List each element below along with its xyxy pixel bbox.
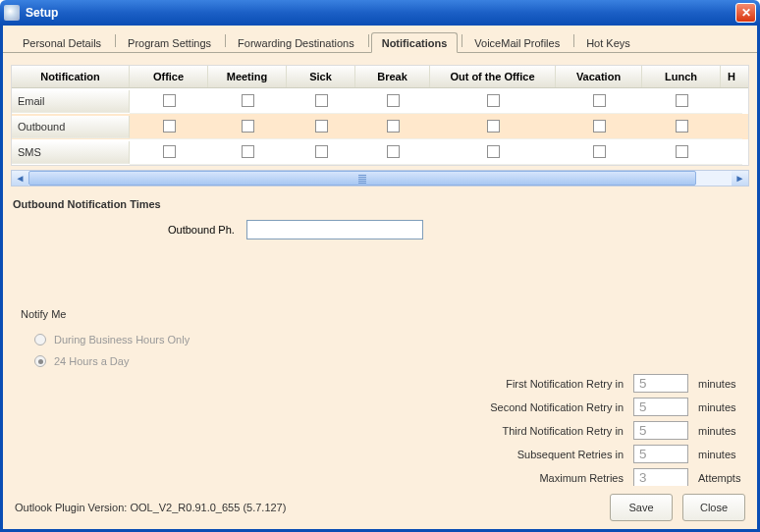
checkbox-sms-meeting[interactable] [242,145,254,158]
checkbox-email-sick[interactable] [315,94,328,107]
checkbox-outbound-out[interactable] [487,120,500,133]
scroll-right-icon[interactable]: ► [732,171,748,186]
unit-label: Attempts [698,472,749,484]
col-header-sick[interactable]: Sick [287,66,355,87]
col-header-meeting[interactable]: Meeting [208,66,287,87]
scroll-left-icon[interactable]: ◄ [12,171,28,186]
col-header-lunch[interactable]: Lunch [642,66,721,87]
retry-row-first: First Notification Retry in minutes [376,374,749,393]
grid-header: Notification Office Meeting Sick Break O… [12,66,748,88]
col-header-h[interactable]: H [721,66,742,87]
checkbox-email-lunch[interactable] [676,94,688,107]
outbound-phone-row: Outbound Ph. [168,220,749,239]
outbound-phone-input[interactable] [246,220,423,239]
retry-row-subsequent: Subsequent Retries in minutes [376,445,749,463]
tab-separator [573,34,574,47]
scroll-thumb[interactable] [28,171,696,186]
notify-me-heading: Notify Me [21,308,749,320]
checkbox-sms-vacation[interactable] [593,145,606,158]
window-title: Setup [26,6,735,20]
col-header-break[interactable]: Break [355,66,430,87]
notification-grid: Notification Office Meeting Sick Break O… [11,65,749,166]
version-label: Outlook Plugin Version: OOL_V2_R0.91.0_6… [15,502,600,513]
radio-business-hours[interactable]: During Business Hours Only [34,334,749,346]
scroll-track[interactable] [28,171,732,186]
third-retry-input[interactable] [633,421,688,440]
checkbox-outbound-sick[interactable] [315,120,328,133]
second-retry-input[interactable] [633,398,688,416]
col-header-out-office[interactable]: Out of the Office [430,66,556,87]
checkbox-outbound-lunch[interactable] [676,120,688,133]
checkbox-email-office[interactable] [163,94,176,107]
tab-personal-details[interactable]: Personal Details [13,33,111,52]
close-window-button[interactable]: ✕ [735,3,756,23]
checkbox-sms-office[interactable] [163,145,176,158]
tab-separator [225,34,226,47]
checkbox-outbound-vacation[interactable] [593,120,606,133]
checkbox-email-vacation[interactable] [593,94,606,107]
unit-label: minutes [698,449,749,460]
retry-label: First Notification Retry in [376,378,624,390]
retry-row-max: Maximum Retries Attempts [376,468,749,487]
checkbox-sms-out[interactable] [487,145,500,158]
table-row: SMS [12,139,748,165]
radio-label: 24 Hours a Day [54,355,129,367]
retry-row-third: Third Notification Retry in minutes [376,421,749,440]
col-header-vacation[interactable]: Vacation [556,66,642,87]
radio-24-hours[interactable]: 24 Hours a Day [34,355,749,367]
max-retries-input[interactable] [633,468,688,487]
row-label-email: Email [12,90,130,113]
radio-icon [34,355,46,367]
table-row: Outbound [12,114,748,139]
checkbox-sms-sick[interactable] [315,145,328,158]
checkbox-outbound-office[interactable] [163,120,176,133]
col-header-notification[interactable]: Notification [12,66,130,87]
tab-notifications[interactable]: Notifications [371,32,459,53]
col-header-office[interactable]: Office [130,66,208,87]
table-row: Email [12,88,748,114]
checkbox-email-meeting[interactable] [242,94,254,107]
outbound-phone-label: Outbound Ph. [168,224,235,236]
unit-label: minutes [698,378,749,390]
tab-separator [115,34,116,47]
footer-bar: Outlook Plugin Version: OOL_V2_R0.91.0_6… [3,486,757,529]
checkbox-email-out[interactable] [487,94,500,107]
retry-label: Second Notification Retry in [376,401,624,413]
checkbox-sms-break[interactable] [387,145,400,158]
content-area: Notification Office Meeting Sick Break O… [3,55,757,486]
app-icon [4,5,20,21]
close-icon: ✕ [741,6,751,20]
close-button[interactable]: Close [682,494,745,521]
tab-program-settings[interactable]: Program Settings [118,33,221,52]
tab-separator [461,34,462,47]
checkbox-outbound-meeting[interactable] [242,120,254,133]
tab-hot-keys[interactable]: Hot Keys [576,33,640,52]
retry-label: Maximum Retries [376,472,624,484]
retry-settings: First Notification Retry in minutes Seco… [376,369,749,492]
title-bar: Setup ✕ [0,0,760,26]
tab-strip: Personal Details Program Settings Forwar… [3,26,757,53]
checkbox-outbound-break[interactable] [387,120,400,133]
tab-voicemail-profiles[interactable]: VoiceMail Profiles [464,33,570,52]
retry-row-second: Second Notification Retry in minutes [376,398,749,416]
outbound-times-heading: Outbound Notification Times [13,198,747,210]
retry-label: Third Notification Retry in [376,425,624,437]
first-retry-input[interactable] [633,374,688,393]
tab-separator [368,34,369,47]
retry-label: Subsequent Retries in [376,449,624,460]
checkbox-sms-lunch[interactable] [676,145,688,158]
unit-label: minutes [698,401,749,413]
horizontal-scrollbar[interactable]: ◄ ► [11,170,749,186]
save-button[interactable]: Save [610,494,673,521]
checkbox-email-break[interactable] [387,94,400,107]
unit-label: minutes [698,425,749,437]
tab-forwarding-destinations[interactable]: Forwarding Destinations [228,33,364,52]
row-label-outbound: Outbound [12,116,130,138]
radio-label: During Business Hours Only [54,334,190,346]
subsequent-retry-input[interactable] [633,445,688,463]
row-label-sms: SMS [12,141,130,164]
notify-me-block: Notify Me During Business Hours Only 24 … [21,308,749,367]
radio-icon [34,334,46,346]
